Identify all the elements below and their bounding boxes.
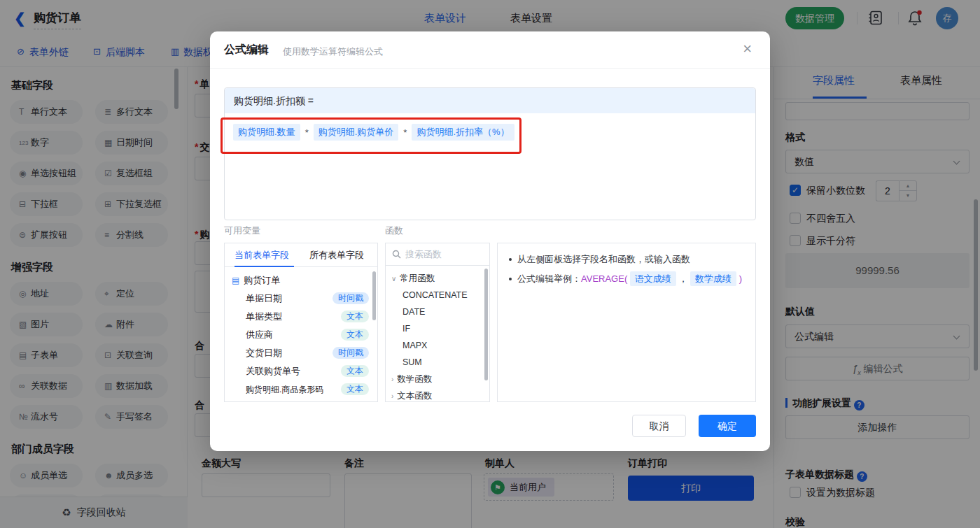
tree-field[interactable]: 关联购货单号文本 [225, 362, 377, 380]
chevron-collapsed-icon: › [391, 376, 393, 383]
function-item[interactable]: SUM [386, 354, 489, 371]
modal-header-divider [210, 68, 770, 69]
formula-expression[interactable]: 购货明细.数量 * 购货明细.购货单价 * 购货明细.折扣率（%） [225, 113, 755, 151]
function-item[interactable]: MAPX [386, 337, 489, 354]
formula-token[interactable]: 购货明细.折扣率（%） [412, 124, 514, 141]
type-badge: 文本 [341, 383, 369, 395]
cancel-button[interactable]: 取消 [632, 415, 686, 437]
example-field-chip: 数学成绩 [690, 271, 736, 286]
help-panel: 从左侧面板选择字段名和函数，或输入函数 公式编辑举例：AVERAGE( 语文成绩… [497, 243, 756, 402]
form-doc-icon: ▤ [232, 276, 239, 285]
variables-tabs: 当前表单字段 所有表单字段 [225, 243, 377, 267]
chevron-expanded-icon: ∨ [391, 275, 396, 283]
formula-token[interactable]: 购货明细.数量 [233, 124, 300, 141]
formula-token[interactable]: 购货明细.购货单价 [314, 124, 399, 141]
type-badge: 文本 [341, 311, 369, 322]
function-search[interactable] [386, 243, 489, 266]
chevron-collapsed-icon: › [391, 392, 393, 400]
search-icon [392, 250, 401, 259]
function-item[interactable]: DATE [386, 304, 489, 320]
multiply-operator: * [305, 127, 309, 138]
function-group-text[interactable]: ›文本函数 [386, 387, 489, 402]
variables-label: 可用变量 [224, 224, 260, 237]
form-designer-app: ❮ 购货订单 表单设计 表单设置 数据管理 存 ⊘ 表单外链 ⊡ 后端脚本 ▥ … [0, 0, 980, 528]
formula-editor[interactable]: 购货明细.折扣额 = 购货明细.数量 * 购货明细.购货单价 * 购货明细.折扣… [224, 87, 756, 220]
example-field-chip: 语文成绩 [630, 271, 676, 286]
multiply-operator: * [403, 127, 407, 138]
tree-field[interactable]: 单据日期时间戳 [225, 290, 377, 308]
function-group-math[interactable]: ›数学函数 [386, 371, 489, 387]
formula-target: 购货明细.折扣额 = [225, 88, 755, 113]
tab-current-form-fields[interactable]: 当前表单字段 [234, 243, 289, 267]
active-tab-underline [234, 266, 294, 267]
function-item[interactable]: CONCATENATE [386, 287, 489, 304]
tab-all-form-fields[interactable]: 所有表单字段 [309, 243, 364, 267]
formula-edit-modal: 公式编辑 使用数学运算符编辑公式 × 购货明细.折扣额 = 购货明细.数量 * … [210, 31, 770, 451]
type-badge: 时间戳 [332, 292, 369, 304]
variables-scrollbar-thumb[interactable] [372, 271, 376, 320]
example-function-name: AVERAGE( [581, 273, 627, 284]
type-badge: 时间戳 [332, 347, 369, 359]
type-badge: 文本 [341, 365, 369, 377]
tree-field[interactable]: 单据类型文本 [225, 308, 377, 326]
modal-subtitle: 使用数学运算符编辑公式 [283, 45, 383, 58]
variables-panel: 当前表单字段 所有表单字段 ▤购货订单 单据日期时间戳 单据类型文本 供应商文本… [224, 243, 378, 402]
help-tip-2: 公式编辑举例：AVERAGE( 语文成绩 ， 数学成绩 ) [509, 273, 742, 285]
functions-scrollbar-thumb[interactable] [484, 269, 488, 380]
tree-field[interactable]: 购货明细.商品条形码文本 [225, 380, 377, 399]
tree-field[interactable]: 交货日期时间戳 [225, 344, 377, 362]
tree-root-form[interactable]: ▤购货订单 [225, 271, 377, 290]
function-item[interactable]: IF [386, 320, 489, 337]
type-badge: 文本 [341, 329, 369, 341]
modal-title: 公式编辑 [224, 43, 269, 57]
help-tip-1: 从左侧面板选择字段名和函数，或输入函数 [509, 253, 690, 266]
function-group-common[interactable]: ∨常用函数 [386, 270, 489, 287]
confirm-button[interactable]: 确定 [699, 415, 756, 437]
functions-panel: ∨常用函数 CONCATENATE DATE IF MAPX SUM ›数学函数… [385, 243, 490, 402]
function-search-input[interactable] [405, 249, 475, 259]
tree-field[interactable]: 供应商文本 [225, 326, 377, 344]
functions-label: 函数 [385, 224, 403, 237]
close-icon[interactable]: × [743, 41, 752, 57]
